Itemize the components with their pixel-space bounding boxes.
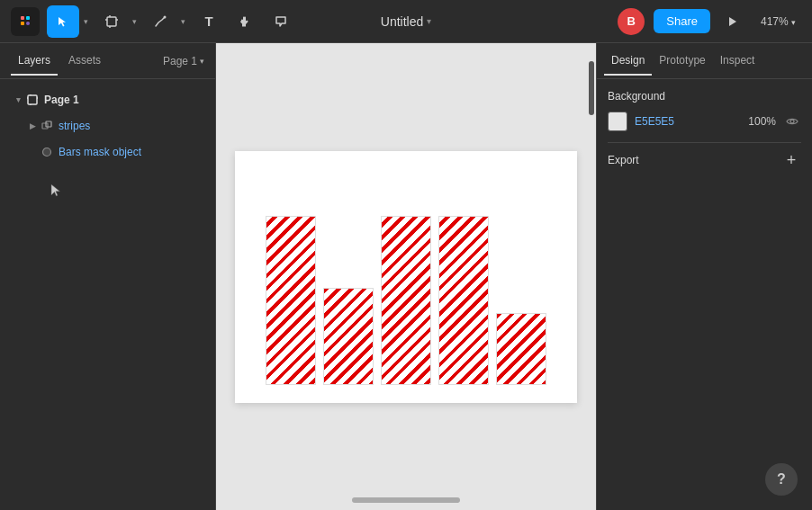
canvas-area[interactable] <box>216 43 596 510</box>
bar-2 <box>323 288 374 385</box>
right-panel: Design Prototype Inspect Background E5E5… <box>596 43 812 510</box>
zoom-label: 417% <box>761 15 789 28</box>
right-panel-content: Background E5E5E5 100% Export + <box>597 79 812 510</box>
select-tool-group: ▾ <box>47 5 92 38</box>
background-row: E5E5E5 100% <box>608 112 801 131</box>
background-section-title: Background <box>608 90 801 103</box>
export-section-title: Export <box>608 154 639 166</box>
page1-chevron: ▾ <box>11 93 25 107</box>
comment-tool-button[interactable] <box>265 5 297 38</box>
svg-point-19 <box>43 148 51 157</box>
user-avatar-button[interactable]: B <box>618 8 645 35</box>
panel-tabs: Layers Assets Page 1 ▾ <box>0 43 215 79</box>
tab-prototype[interactable]: Prototype <box>652 47 712 76</box>
stripes-chevron: ▶ <box>25 119 40 133</box>
background-visibility-button[interactable] <box>783 112 801 130</box>
select-tool-button[interactable] <box>47 5 79 38</box>
tab-layers[interactable]: Layers <box>11 47 58 76</box>
export-row: Export + <box>608 150 801 170</box>
pen-tool-button[interactable] <box>144 5 176 38</box>
svg-rect-5 <box>107 17 116 26</box>
frame-tool-chevron[interactable]: ▾ <box>128 5 140 38</box>
layer-bars-mask[interactable]: ▶ Bars mask object <box>4 139 212 165</box>
canvas-vertical-scrollbar[interactable] <box>589 61 594 115</box>
tab-assets[interactable]: Assets <box>61 47 108 76</box>
main-area: Layers Assets Page 1 ▾ ▾ <box>0 43 812 510</box>
section-divider <box>608 142 801 143</box>
topbar-left: ▾ ▾ ▾ <box>11 5 297 38</box>
document-title-button[interactable]: Untitled ▾ <box>374 11 438 32</box>
share-button[interactable]: Share <box>654 9 710 33</box>
page1-name: Page 1 <box>44 94 79 106</box>
svg-rect-17 <box>42 123 48 129</box>
title-chevron: ▾ <box>427 16 431 26</box>
mask-icon <box>40 145 54 159</box>
document-title: Untitled <box>381 14 423 29</box>
add-export-button[interactable]: + <box>781 150 801 170</box>
background-opacity: 100% <box>744 115 776 128</box>
layer-page1[interactable]: ▾ Page 1 <box>4 87 212 112</box>
topbar: ▾ ▾ ▾ <box>0 0 812 43</box>
right-panel-tabs: Design Prototype Inspect <box>597 43 812 79</box>
zoom-level-button[interactable]: 417% ▾ <box>755 12 801 31</box>
cursor-area <box>50 183 215 202</box>
svg-rect-1 <box>26 16 30 20</box>
cursor-icon <box>50 183 62 199</box>
figma-menu-button[interactable] <box>11 7 40 36</box>
topbar-center: Untitled ▾ <box>374 11 438 32</box>
select-tool-chevron[interactable]: ▾ <box>79 5 92 38</box>
svg-rect-2 <box>21 22 24 25</box>
page-icon <box>25 93 40 107</box>
left-panel: Layers Assets Page 1 ▾ ▾ <box>0 43 216 510</box>
background-color-hex[interactable]: E5E5E5 <box>635 115 736 128</box>
svg-point-10 <box>164 15 167 18</box>
svg-rect-12 <box>28 95 37 104</box>
text-tool-button[interactable]: T <box>193 5 225 38</box>
svg-point-20 <box>790 120 794 123</box>
tab-design[interactable]: Design <box>604 47 652 76</box>
pen-tool-chevron[interactable]: ▾ <box>176 5 189 38</box>
svg-rect-18 <box>46 121 51 127</box>
hand-tool-button[interactable] <box>229 5 261 38</box>
svg-rect-0 <box>21 16 24 20</box>
present-button[interactable] <box>719 8 746 35</box>
canvas-background <box>216 43 596 510</box>
canvas-horizontal-scrollbar[interactable] <box>352 497 460 503</box>
stripes-name: stripes <box>59 120 90 132</box>
bar-5 <box>496 313 546 385</box>
pen-tool-group: ▾ <box>144 5 189 38</box>
zoom-chevron: ▾ <box>791 18 796 27</box>
bar-4 <box>438 216 489 385</box>
layers-panel: ▾ Page 1 ▶ <box>0 79 215 510</box>
background-color-swatch[interactable] <box>608 112 627 131</box>
bar-1 <box>266 216 316 385</box>
help-button[interactable]: ? <box>765 463 798 496</box>
group-icon <box>40 119 54 133</box>
svg-rect-3 <box>26 22 30 25</box>
layer-stripes[interactable]: ▶ stripes <box>4 113 212 139</box>
canvas-frame <box>235 151 577 403</box>
frame-tool-group: ▾ <box>95 5 140 38</box>
topbar-right: B Share 417% ▾ <box>618 8 801 35</box>
svg-marker-11 <box>729 17 736 26</box>
bars-mask-name: Bars mask object <box>59 146 141 158</box>
frame-tool-button[interactable] <box>95 5 128 38</box>
page-selector[interactable]: Page 1 ▾ <box>163 55 204 67</box>
tab-inspect[interactable]: Inspect <box>713 47 762 76</box>
bar-3 <box>381 216 431 385</box>
